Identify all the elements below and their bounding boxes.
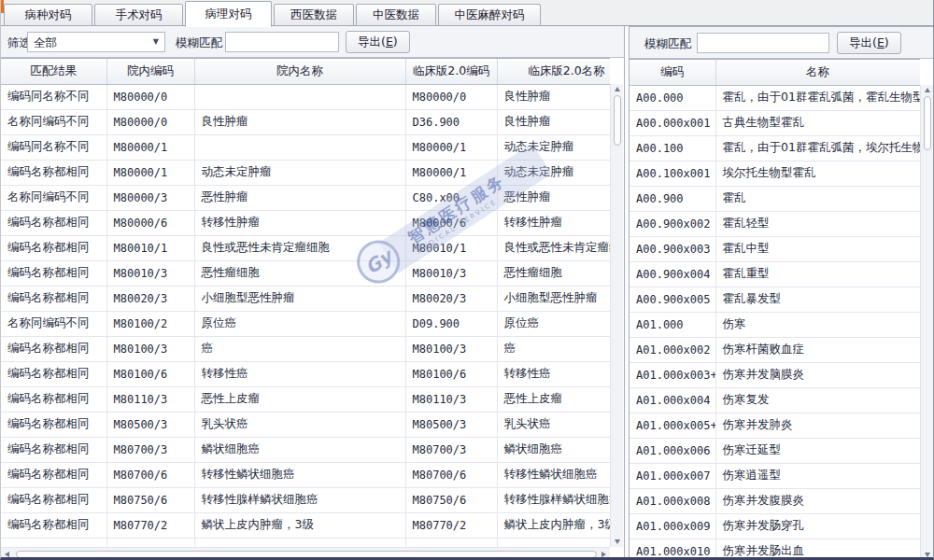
scroll-left-icon[interactable] xyxy=(5,552,9,557)
table-row[interactable]: 编码名称都相同M80000/1动态未定肿瘤M80000/1动态未定肿瘤 xyxy=(1,160,610,185)
tab-tcm-anesthesia-mapping[interactable]: 中医麻醉对码 xyxy=(438,4,541,26)
export-button-label-suffix: ) xyxy=(393,35,398,49)
cell-clinical-code: M80500/3 xyxy=(405,412,497,437)
cell-name: 霍乱，由于01群霍乱弧菌，埃尔托生物... xyxy=(715,135,920,161)
cell-clinical-code: D09.900 xyxy=(405,311,497,336)
export-button[interactable]: 导出(E) xyxy=(837,32,901,54)
table-row[interactable]: 编码名称都相同M80010/1良性或恶性未肯定瘤细胞M80010/1良性或恶性未… xyxy=(1,235,610,260)
table-row[interactable]: 编码名称都相同M80020/3小细胞型恶性肿瘤M80020/3小细胞型恶性肿瘤 xyxy=(1,286,610,311)
table-row[interactable]: 编码名称都相同M80700/3鳞状细胞癌M80700/3鳞状细胞癌 xyxy=(1,437,610,462)
cell-code: A00.900x002 xyxy=(630,211,715,236)
tab-pathology-mapping[interactable]: 病理对码 xyxy=(185,1,272,27)
export-button-mnemonic: E xyxy=(877,35,884,49)
cell-hospital-code: M80010/3 xyxy=(106,260,194,286)
table-row[interactable]: 名称同编码不同M80000/0良性肿瘤D36.900良性肿瘤 xyxy=(1,109,610,134)
cell-hospital-code: M80000/3 xyxy=(106,185,194,210)
fuzzy-match-input[interactable] xyxy=(225,32,339,52)
cell-clinical-code: M80700/3 xyxy=(405,437,497,462)
scrollbar-thumb[interactable] xyxy=(924,96,931,150)
cell-hospital-code: M80100/2 xyxy=(106,311,194,336)
table-row[interactable]: A01.000x010伤寒并发肠出血 xyxy=(630,539,920,560)
table-row[interactable]: A01.000x002伤寒杆菌败血症 xyxy=(630,337,920,362)
col-header-hospital-name[interactable]: 院内名称 xyxy=(194,59,405,84)
table-row[interactable]: 编码名称都相同M80500/3乳头状癌M80500/3乳头状癌 xyxy=(1,412,610,437)
table-row[interactable]: A00.000霍乱，由于01群霍乱弧菌，霍乱生物型... xyxy=(630,85,920,110)
cell-name: 伤寒迁延型 xyxy=(715,438,920,463)
table-row[interactable]: A00.900x005霍乱暴发型 xyxy=(630,287,920,312)
table-row[interactable]: 编码名称都相同M80000/6转移性肿瘤M80000/6转移性肿瘤 xyxy=(1,210,610,235)
cell-clinical-code: M80000/1 xyxy=(405,134,497,160)
cell-hospital-code: M80000/1 xyxy=(106,134,194,160)
cell-name: 霍乱轻型 xyxy=(715,211,920,236)
tab-bar: 病种对码 手术对码 病理对码 西医数据 中医数据 中医麻醉对码 xyxy=(1,0,933,26)
cell-clinical-code: M80000/1 xyxy=(405,160,497,185)
cell-code: A00.100 xyxy=(630,135,715,161)
cell-clinical-code: M80700/6 xyxy=(405,462,497,487)
pathology-code-mapping-window: 病种对码 手术对码 病理对码 西医数据 中医数据 中医麻醉对码 筛选 全部 ▼ … xyxy=(0,0,934,560)
table-row[interactable]: 编码名称都相同M80110/3恶性上皮瘤M80110/3恶性上皮瘤 xyxy=(1,386,610,412)
col-header-clinical-name[interactable]: 临床版2.0名称 xyxy=(497,59,610,84)
cell-name: 伤寒复发 xyxy=(715,387,920,413)
cell-clinical-code: M80010/3 xyxy=(405,260,497,286)
cell-hospital-code: M80000/6 xyxy=(106,210,194,235)
table-row[interactable]: 名称同编码不同M80100/2原位癌D09.900原位癌 xyxy=(1,311,610,336)
table-row[interactable]: A00.900x003霍乱中型 xyxy=(630,236,920,261)
table-row[interactable]: 编码同名称不同M80000/0M80000/0良性肿瘤 xyxy=(1,84,610,109)
table-row[interactable]: 编码名称都相同M80100/6转移性癌M80100/6转移性癌 xyxy=(1,361,610,386)
grid-header-row: 编码 名称 xyxy=(630,60,920,85)
cell-name: 古典生物型霍乱 xyxy=(715,110,920,135)
table-row[interactable]: A01.000x003+...伤寒并发脑膜炎 xyxy=(630,362,920,387)
table-row[interactable]: 编码名称都相同M80010/3恶性瘤细胞M80010/3恶性瘤细胞 xyxy=(1,260,610,286)
col-header-name[interactable]: 名称 xyxy=(715,60,920,85)
table-row[interactable]: A00.100霍乱，由于01群霍乱弧菌，埃尔托生物... xyxy=(630,135,920,161)
table-row[interactable]: A00.900霍乱 xyxy=(630,186,920,211)
filter-select[interactable]: 全部 ▼ xyxy=(27,32,165,52)
cell-hospital-name: 转移性鳞状细胞癌 xyxy=(194,462,405,487)
cell-match-result: 编码名称都相同 xyxy=(1,286,106,311)
table-row[interactable] xyxy=(1,538,610,547)
fuzzy-match-input[interactable] xyxy=(697,33,829,53)
table-row[interactable]: 编码名称都相同M80770/2鳞状上皮内肿瘤，3级M80770/2鳞状上皮内肿瘤… xyxy=(1,512,610,538)
tab-disease-mapping[interactable]: 病种对码 xyxy=(4,4,92,26)
tab-surgery-mapping[interactable]: 手术对码 xyxy=(94,4,183,26)
cell-code: A01.000x009 xyxy=(630,513,715,539)
cell-hospital-name: 癌 xyxy=(194,336,405,361)
col-header-clinical-code[interactable]: 临床版2.0编码 xyxy=(405,59,497,84)
table-row[interactable]: 编码名称都相同M80750/6转移性腺样鳞状细胞癌M80750/6转移性腺样鳞状… xyxy=(1,487,610,512)
export-button[interactable]: 导出(E) xyxy=(346,31,410,53)
col-header-match-result[interactable]: 匹配结果 xyxy=(1,59,106,84)
scrollbar-thumb[interactable] xyxy=(16,551,597,558)
scrollbar-thumb[interactable] xyxy=(614,95,621,146)
table-row[interactable]: A01.000伤寒 xyxy=(630,312,920,337)
table-row[interactable]: 编码同名称不同M80000/1M80000/1动态未定肿瘤 xyxy=(1,134,610,160)
table-row[interactable]: A00.000x001古典生物型霍乱 xyxy=(630,110,920,135)
scroll-up-icon[interactable] xyxy=(615,87,620,91)
table-row[interactable]: A00.900x004霍乱重型 xyxy=(630,261,920,287)
table-row[interactable]: A01.000x005+...伤寒并发肺炎 xyxy=(630,413,920,438)
table-row[interactable]: 名称同编码不同M80000/3恶性肿瘤C80.x00恶性肿瘤 xyxy=(1,185,610,210)
fuzzy-match-label: 模糊匹配 xyxy=(644,36,691,52)
cell-match-result: 编码名称都相同 xyxy=(1,210,106,235)
table-row[interactable]: A00.900x002霍乱轻型 xyxy=(630,211,920,236)
table-row[interactable]: 编码名称都相同M80700/6转移性鳞状细胞癌M80700/6转移性鳞状细胞癌 xyxy=(1,462,610,487)
col-header-code[interactable]: 编码 xyxy=(630,60,715,85)
table-row[interactable]: A01.000x007伤寒逍遥型 xyxy=(630,463,920,488)
scroll-down-icon[interactable] xyxy=(615,539,620,544)
col-header-hospital-code[interactable]: 院内编码 xyxy=(106,59,194,84)
export-button-label-suffix: ) xyxy=(884,35,889,49)
table-row[interactable]: A01.000x004伤寒复发 xyxy=(630,387,920,413)
scroll-down-icon[interactable] xyxy=(925,553,930,557)
table-row[interactable]: A01.000x008伤寒并发腹膜炎 xyxy=(630,488,920,513)
table-row[interactable]: A00.100x001埃尔托生物型霍乱 xyxy=(630,161,920,186)
cell-name: 霍乱，由于01群霍乱弧菌，霍乱生物型... xyxy=(715,85,920,110)
scroll-up-icon[interactable] xyxy=(925,88,930,92)
cell-code: A00.900x003 xyxy=(630,236,715,261)
table-row[interactable]: A01.000x006伤寒迁延型 xyxy=(630,438,920,463)
table-row[interactable]: A01.000x009伤寒并发肠穿孔 xyxy=(630,513,920,539)
table-row[interactable]: 编码名称都相同M80100/3癌M80100/3癌 xyxy=(1,336,610,361)
cell-code: A01.000x007 xyxy=(630,463,715,488)
tab-chinese-med-data[interactable]: 中医数据 xyxy=(356,4,436,26)
cell-match-result: 编码名称都相同 xyxy=(1,160,106,185)
scroll-right-icon[interactable] xyxy=(601,552,606,557)
tab-western-med-data[interactable]: 西医数据 xyxy=(274,4,354,26)
